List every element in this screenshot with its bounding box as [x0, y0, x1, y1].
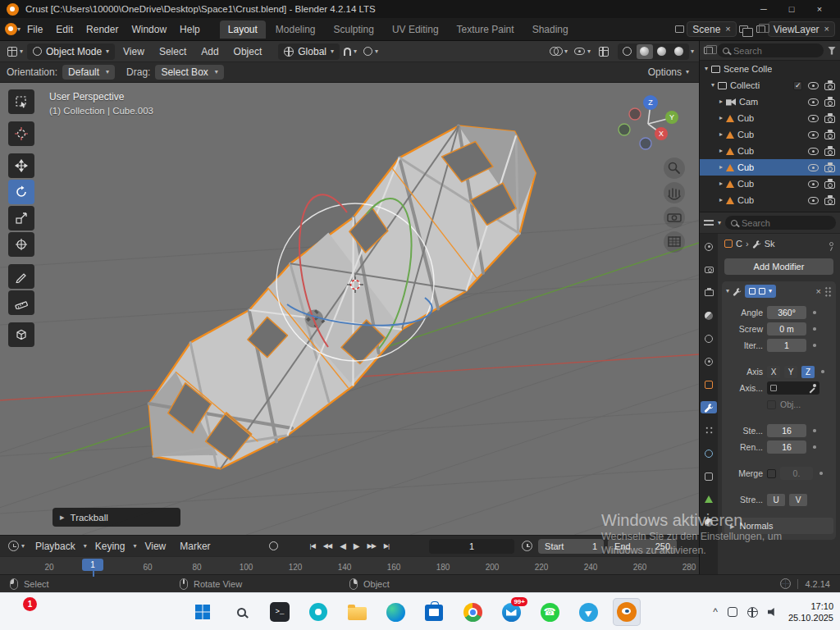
outliner-row-cube[interactable]: ▸ Cub: [700, 176, 840, 192]
transform-tool[interactable]: [8, 232, 34, 257]
start-button[interactable]: [189, 598, 217, 626]
hide-viewport-icon[interactable]: [808, 180, 819, 188]
properties-search-input[interactable]: [742, 218, 830, 228]
collection-checkbox[interactable]: [793, 81, 802, 90]
pin-icon[interactable]: [829, 242, 833, 246]
hide-viewport-icon[interactable]: [808, 148, 819, 155]
tab-constraints[interactable]: [701, 470, 717, 482]
orientation-default-dropdown[interactable]: Default ▾: [62, 65, 115, 80]
xray-toggle[interactable]: [595, 43, 613, 60]
viewlayer-field[interactable]: ViewLayer ×: [768, 21, 835, 37]
next-keyframe-button[interactable]: ▶▶: [364, 540, 379, 552]
expand-icon[interactable]: ▸: [719, 148, 723, 154]
tab-object-data[interactable]: [701, 493, 717, 505]
tab-sculpting[interactable]: Sculpting: [326, 21, 382, 39]
menu-window[interactable]: Window: [125, 21, 173, 38]
axis-object-field[interactable]: [767, 381, 819, 395]
screw-field[interactable]: 0 m: [767, 322, 806, 336]
animate-dot[interactable]: [813, 344, 816, 347]
measure-tool[interactable]: [8, 290, 34, 315]
menu-playback[interactable]: Playback: [30, 538, 81, 555]
expand-icon[interactable]: ▸: [719, 131, 723, 138]
outliner-row-cube[interactable]: ▸ Cub: [700, 192, 840, 208]
axis-x-negative[interactable]: [629, 108, 641, 120]
notification-badge[interactable]: 1: [23, 597, 37, 611]
last-operator-panel[interactable]: ▸ Trackball: [52, 508, 180, 527]
blender-menu-icon[interactable]: [5, 23, 17, 35]
hide-viewport-icon[interactable]: [808, 197, 819, 204]
outliner-editor-icon[interactable]: [704, 47, 713, 54]
overlays-button[interactable]: ▾: [572, 43, 593, 60]
tab-modifiers[interactable]: [701, 401, 717, 413]
annotate-tool[interactable]: [8, 264, 34, 289]
timeline-ruler[interactable]: 20 40 60 80 100 120 140 160 180 200 220 …: [0, 556, 699, 574]
frame-start-field[interactable]: Start 1: [538, 539, 604, 554]
menu-render[interactable]: Render: [80, 21, 125, 38]
touch-keyboard-icon[interactable]: [728, 607, 737, 617]
mode-dropdown[interactable]: Object Mode ▾: [27, 43, 115, 60]
mesh-object-cube003[interactable]: [112, 89, 573, 517]
tab-physics[interactable]: [701, 447, 717, 459]
menu-object[interactable]: Object: [227, 43, 269, 60]
animate-dot[interactable]: [813, 445, 816, 449]
cursor-tool[interactable]: [8, 121, 34, 146]
zoom-button[interactable]: [664, 158, 685, 179]
animate-dot[interactable]: [813, 327, 816, 331]
tab-shading[interactable]: Shading: [524, 21, 577, 39]
play-button[interactable]: ▶: [350, 539, 363, 553]
close-icon[interactable]: ×: [824, 25, 829, 34]
hide-viewport-icon[interactable]: [808, 115, 819, 122]
volume-icon[interactable]: [768, 607, 778, 617]
orthographic-toggle-button[interactable]: [664, 231, 685, 253]
menu-timeline-view[interactable]: View: [139, 538, 171, 555]
hide-viewport-icon[interactable]: [808, 82, 819, 89]
outliner-search[interactable]: [717, 43, 824, 57]
taskbar-app-teal[interactable]: [304, 598, 332, 626]
auto-keying-toggle[interactable]: [265, 538, 283, 555]
expand-icon[interactable]: ▸: [719, 115, 723, 121]
add-primitive-tool[interactable]: [8, 322, 34, 347]
menu-edit[interactable]: Edit: [49, 21, 80, 38]
pan-hand-button[interactable]: [664, 182, 685, 203]
taskbar-store[interactable]: [420, 598, 448, 626]
outliner-row-scene-collection[interactable]: ▾ Scene Colle: [700, 61, 840, 77]
taskbar-blender[interactable]: [613, 598, 641, 626]
animate-dot[interactable]: [819, 472, 823, 475]
tab-render[interactable]: [701, 263, 717, 276]
breadcrumb-object-label[interactable]: C: [736, 239, 742, 249]
axis-x-button[interactable]: X: [767, 366, 780, 378]
animate-dot[interactable]: [821, 370, 824, 373]
orientation-dropdown[interactable]: Global ▾: [278, 43, 340, 60]
hide-viewport-icon[interactable]: [808, 98, 819, 106]
menu-view[interactable]: View: [116, 43, 151, 60]
collapse-icon[interactable]: ▾: [711, 82, 714, 89]
taskbar-edge[interactable]: [381, 598, 409, 626]
options-dropdown[interactable]: Options ▾: [648, 66, 689, 78]
menu-add[interactable]: Add: [194, 43, 225, 60]
previous-keyframe-button[interactable]: ◀◀: [320, 540, 335, 552]
modifier-display-toggles[interactable]: ▾: [745, 285, 776, 298]
axis-z-button[interactable]: Z: [801, 366, 815, 378]
display-realtime-icon[interactable]: [759, 288, 765, 294]
current-frame-indicator[interactable]: 1: [82, 559, 103, 571]
menu-select[interactable]: Select: [153, 43, 193, 60]
tab-modeling[interactable]: Modeling: [267, 21, 324, 39]
scale-tool[interactable]: [8, 206, 34, 231]
outliner-row-cube-selected[interactable]: ▸ Cub: [700, 159, 840, 176]
eyedropper-icon[interactable]: [808, 384, 816, 392]
editor-type-button[interactable]: ▾: [5, 43, 25, 60]
outliner-search-input[interactable]: [733, 46, 818, 56]
scene-field[interactable]: Scene ×: [687, 21, 736, 37]
outliner-row-cube[interactable]: ▸ Cub: [700, 126, 840, 143]
move-tool[interactable]: [8, 153, 34, 178]
collapse-icon[interactable]: ▾: [705, 66, 708, 72]
use-preview-range-toggle[interactable]: [522, 541, 532, 551]
select-box-tool[interactable]: [8, 89, 34, 114]
close-icon[interactable]: ×: [725, 25, 730, 34]
tray-expand-icon[interactable]: ^: [713, 606, 718, 618]
chevron-down-icon[interactable]: ▾: [691, 48, 694, 55]
animate-dot[interactable]: [813, 429, 816, 432]
taskbar-terminal[interactable]: >_: [266, 598, 294, 626]
steps-field[interactable]: 16: [767, 424, 806, 437]
shading-material-button[interactable]: [654, 44, 670, 59]
